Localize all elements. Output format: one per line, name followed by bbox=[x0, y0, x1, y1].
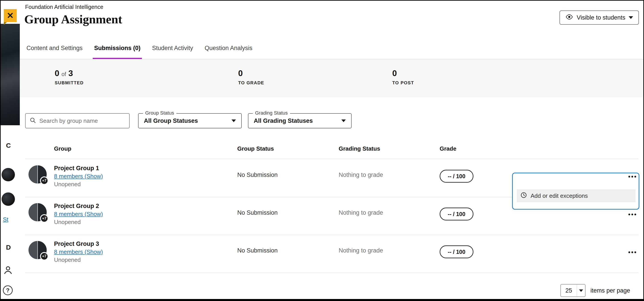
tab-bar-divider bbox=[20, 59, 643, 59]
items-per-page-label: items per page bbox=[590, 287, 630, 294]
stats-bar: 0 of 3 SUBMITTED 0 TO GRADE 0 TO POST bbox=[20, 60, 643, 97]
avatar-overflow-badge: +7 bbox=[40, 252, 48, 260]
grade-pill[interactable]: -- / 100 bbox=[440, 170, 474, 183]
row-group-status: No Submission bbox=[237, 172, 278, 178]
column-header-group: Group bbox=[54, 145, 72, 152]
column-header-grading-status: Grading Status bbox=[339, 145, 380, 152]
grading-status-select[interactable]: Grading Status All Grading Statuses bbox=[248, 113, 352, 128]
tab-content-and-settings[interactable]: Content and Settings bbox=[25, 45, 84, 59]
background-text-fragment: D bbox=[6, 244, 11, 251]
stat-to-grade: 0 TO GRADE bbox=[238, 69, 264, 85]
group-status-select[interactable]: Group Status All Group Statuses bbox=[138, 113, 242, 128]
grading-status-select-label: Grading Status bbox=[253, 110, 290, 116]
ellipsis-icon[interactable]: ••• bbox=[627, 248, 638, 257]
grade-pill[interactable]: -- / 100 bbox=[440, 245, 474, 258]
submitted-connector: of bbox=[62, 71, 66, 77]
group-avatar: +7 bbox=[28, 203, 47, 221]
submitted-total: 3 bbox=[68, 69, 73, 78]
divider bbox=[25, 272, 638, 273]
grade-pill[interactable]: -- / 100 bbox=[440, 208, 474, 220]
tab-submissions[interactable]: Submissions (0) bbox=[93, 45, 142, 59]
ellipsis-icon[interactable]: ••• bbox=[627, 210, 638, 219]
table-row: +7 Project Group 1 8 members (Show) Unop… bbox=[20, 159, 644, 197]
to-post-label: TO POST bbox=[392, 80, 414, 85]
open-state: Unopened bbox=[54, 256, 81, 263]
background-text-fragment: C bbox=[6, 142, 11, 149]
close-button[interactable]: ✕ bbox=[4, 9, 17, 22]
course-banner-image bbox=[1, 24, 20, 125]
chevron-down-icon bbox=[232, 119, 236, 122]
members-link[interactable]: 8 members (Show) bbox=[54, 173, 103, 180]
person-icon[interactable] bbox=[3, 265, 13, 276]
avatar bbox=[2, 168, 15, 181]
visibility-label: Visible to students bbox=[576, 14, 625, 21]
group-status-select-label: Group Status bbox=[143, 110, 176, 116]
course-name: Foundation Artificial Intelligence bbox=[25, 4, 104, 10]
tab-question-analysis[interactable]: Question Analysis bbox=[203, 45, 254, 59]
stat-to-post: 0 TO POST bbox=[392, 69, 414, 85]
row-group-status: No Submission bbox=[237, 209, 278, 216]
submitted-label: SUBMITTED bbox=[55, 80, 84, 85]
avatar bbox=[2, 192, 15, 206]
row-group-status: No Submission bbox=[237, 247, 278, 254]
search-icon bbox=[30, 117, 36, 125]
row-context-menu: Add or edit exceptions bbox=[512, 173, 639, 210]
visibility-button[interactable]: Visible to students bbox=[560, 11, 639, 25]
tab-bar: Content and Settings Submissions (0) Stu… bbox=[25, 45, 254, 59]
table-row: +7 Project Group 3 8 members (Show) Unop… bbox=[20, 235, 644, 272]
open-state: Unopened bbox=[54, 219, 81, 226]
row-grading-status: Nothing to grade bbox=[339, 172, 383, 178]
tab-student-activity[interactable]: Student Activity bbox=[151, 45, 194, 59]
group-assignment-panel: C St D ? ✕ Foundation Artificial Intelli… bbox=[0, 0, 644, 301]
members-link[interactable]: 8 members (Show) bbox=[54, 211, 103, 218]
ellipsis-icon[interactable]: ••• bbox=[627, 172, 638, 182]
page-size-value: 25 bbox=[561, 287, 576, 294]
group-avatar: +7 bbox=[28, 241, 47, 259]
chevron-down-icon bbox=[629, 16, 633, 19]
grading-status-select-value: All Grading Statuses bbox=[254, 117, 313, 124]
column-header-group-status: Group Status bbox=[237, 145, 274, 152]
eye-icon bbox=[565, 14, 573, 21]
to-grade-label: TO GRADE bbox=[238, 80, 264, 85]
submitted-count: 0 bbox=[55, 69, 59, 78]
background-course-page: C St D ? bbox=[1, 1, 20, 299]
group-search bbox=[25, 113, 130, 128]
chevron-down-icon bbox=[341, 119, 346, 122]
group-status-select-value: All Group Statuses bbox=[144, 117, 198, 124]
to-grade-count: 0 bbox=[238, 69, 243, 78]
open-state: Unopened bbox=[54, 181, 81, 188]
page-title: Group Assignment bbox=[24, 12, 122, 26]
column-header-grade: Grade bbox=[440, 145, 456, 152]
close-icon: ✕ bbox=[7, 11, 14, 21]
clock-icon bbox=[520, 192, 527, 200]
background-link-fragment[interactable]: St bbox=[3, 216, 8, 223]
members-link[interactable]: 8 members (Show) bbox=[54, 248, 103, 255]
menu-item-add-exceptions[interactable]: Add or edit exceptions bbox=[517, 189, 636, 202]
chevron-down-icon bbox=[576, 284, 585, 296]
help-icon[interactable]: ? bbox=[3, 285, 13, 295]
to-post-count: 0 bbox=[392, 69, 397, 78]
group-name: Project Group 3 bbox=[54, 240, 99, 247]
menu-item-label: Add or edit exceptions bbox=[530, 192, 588, 199]
group-avatar: +7 bbox=[28, 165, 47, 184]
avatar-overflow-badge: +7 bbox=[40, 176, 48, 185]
group-name: Project Group 2 bbox=[54, 203, 99, 210]
row-grading-status: Nothing to grade bbox=[339, 209, 383, 216]
avatar-overflow-badge: +7 bbox=[40, 214, 48, 223]
search-input[interactable] bbox=[39, 117, 125, 124]
row-grading-status: Nothing to grade bbox=[339, 247, 383, 254]
page-size-select[interactable]: 25 bbox=[560, 284, 586, 297]
stat-submitted: 0 of 3 SUBMITTED bbox=[55, 69, 84, 85]
group-name: Project Group 1 bbox=[54, 165, 99, 172]
